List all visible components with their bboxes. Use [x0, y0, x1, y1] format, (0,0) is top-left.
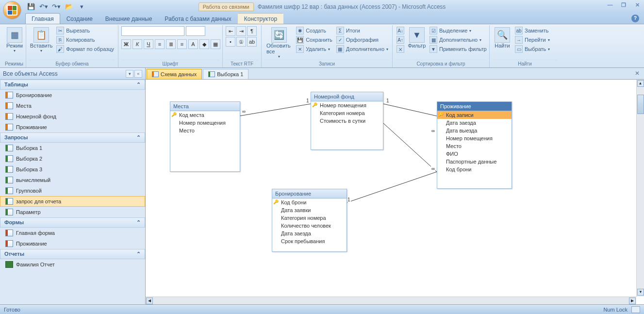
nav-query-item[interactable]: Параметр [0, 207, 145, 217]
sort-asc-button[interactable]: A↓ [396, 26, 405, 35]
scroll-thumb[interactable] [637, 95, 644, 114]
table-field[interactable]: Количество человек [272, 222, 347, 230]
nav-section-tables[interactable]: Таблицы⌃ [0, 80, 145, 90]
office-button[interactable] [3, 1, 21, 19]
highlight-button[interactable]: ab [247, 37, 257, 47]
italic-button[interactable]: К [132, 39, 142, 49]
table-field[interactable]: Код брони [437, 165, 512, 173]
table-field[interactable]: ФИО [437, 150, 512, 158]
tab-home[interactable]: Главная [25, 13, 60, 24]
nav-form-item[interactable]: Проживание [0, 238, 145, 249]
delete-record-button[interactable]: ✕Удалить▾ [295, 45, 333, 53]
nav-table-item[interactable]: Номерной фонд [0, 111, 145, 122]
redo-icon[interactable]: ↷▾ [52, 3, 60, 11]
table-field[interactable]: Место [437, 142, 512, 150]
nav-query-item[interactable]: Выборка 3 [0, 164, 145, 175]
filter-button[interactable]: ▼ Фильтр [407, 26, 427, 50]
qat-customize-icon[interactable]: ▾ [78, 3, 85, 11]
table-field[interactable]: Срок пребывания [272, 237, 347, 245]
tab-create[interactable]: Создание [60, 13, 99, 24]
copy-button[interactable]: ⎘Копировать [55, 35, 115, 44]
save-record-button[interactable]: 💾Сохранить [295, 35, 333, 44]
minimize-button[interactable]: — [606, 2, 614, 9]
spelling-button[interactable]: ✓Орфография [335, 35, 389, 44]
table-field[interactable]: Код записи [437, 111, 512, 119]
nav-collapse-icon[interactable]: « [134, 70, 142, 78]
nav-header[interactable]: Все объекты Access ▾ « [0, 68, 145, 80]
goto-button[interactable]: →Перейти▾ [514, 35, 551, 44]
table-field[interactable]: Дата заявки [272, 206, 347, 214]
font-name-combo[interactable] [121, 26, 184, 36]
table-box-proj[interactable]: Проживание Код записи Дата заезда Дата в… [437, 101, 512, 189]
align-center-button[interactable]: ≣ [166, 39, 176, 49]
save-icon[interactable]: 💾 [27, 3, 35, 11]
bold-button[interactable]: Ж [121, 39, 131, 49]
scroll-right-icon[interactable]: ▶ [629, 297, 636, 304]
new-record-button[interactable]: ✱Создать [295, 26, 333, 35]
table-box-fond[interactable]: Номерной фонд Номер помещения Категория … [311, 92, 383, 150]
totals-button[interactable]: ΣИтоги [335, 26, 389, 35]
refresh-all-button[interactable]: 🔄 Обновить все▾ [264, 26, 293, 60]
view-button[interactable]: ▦ Режим▾ [5, 26, 24, 54]
font-color-button[interactable]: A [188, 39, 198, 49]
view-switcher-icon[interactable] [631, 306, 640, 313]
help-icon[interactable]: ? [631, 15, 639, 22]
nav-dropdown-icon[interactable]: ▾ [126, 70, 133, 78]
nav-table-item[interactable]: Бронирование [0, 90, 145, 100]
numbering-button[interactable]: ① [236, 37, 246, 47]
nav-report-item[interactable]: Фамилия Отчет [0, 259, 145, 270]
toggle-filter-button[interactable]: ▼Применить фильтр [429, 45, 488, 53]
table-field[interactable]: Дата заезда [437, 119, 512, 127]
table-field[interactable]: Дата выезда [437, 127, 512, 134]
nav-table-item[interactable]: Проживание [0, 122, 145, 132]
nav-query-item[interactable]: запрос для отчета [0, 196, 145, 207]
font-size-combo[interactable] [186, 26, 205, 36]
scroll-left-icon[interactable]: ◀ [146, 297, 153, 304]
fill-color-button[interactable]: ◆ [199, 39, 209, 49]
align-right-button[interactable]: ≡ [177, 39, 187, 49]
nav-query-item[interactable]: Групповой [0, 185, 145, 196]
selection-filter-button[interactable]: ☑Выделение▾ [429, 26, 488, 35]
table-field[interactable]: Номер помещения [311, 101, 383, 109]
gridlines-button[interactable]: ▦ [211, 39, 220, 49]
paste-button[interactable]: 📋 Вставить▾ [29, 26, 53, 54]
more-records-button[interactable]: ▦Дополнительно▾ [335, 45, 389, 53]
undo-icon[interactable]: ↶▾ [40, 3, 48, 11]
nav-query-item[interactable]: вычисляемый [0, 175, 145, 185]
doc-tab-schema[interactable]: Схема данных [147, 69, 202, 79]
find-button[interactable]: 🔍 Найти [493, 26, 512, 50]
close-button[interactable]: ✕ [633, 2, 641, 9]
table-field[interactable]: Категория номера [272, 214, 347, 222]
table-field[interactable]: Номер помещения [437, 134, 512, 142]
underline-button[interactable]: Ч [144, 39, 153, 49]
tab-design[interactable]: Конструктор [238, 13, 283, 24]
nav-section-queries[interactable]: Запросы⌃ [0, 132, 145, 143]
nav-query-item[interactable]: Выборка 1 [0, 143, 145, 153]
relationship-canvas[interactable]: ∞ 1 1 ∞ ∞ 1 Места Код места Номер помеще… [146, 80, 644, 304]
replace-button[interactable]: abЗаменить [514, 26, 551, 35]
format-painter-button[interactable]: 🖌Формат по образцу [55, 45, 115, 53]
table-field[interactable]: Дата заезда [272, 230, 347, 237]
sort-desc-button[interactable]: A↑ [396, 35, 405, 44]
table-box-mesta[interactable]: Места Код места Номер помещения Место [170, 101, 240, 172]
restore-button[interactable]: ❐ [620, 2, 627, 9]
horizontal-scrollbar[interactable]: ◀ ▶ [146, 297, 636, 304]
clear-sort-button[interactable]: ⨯ [396, 45, 405, 53]
open-folder-icon[interactable]: 📂 [65, 3, 73, 11]
table-field[interactable]: Место [170, 127, 240, 134]
cut-button[interactable]: ✂Вырезать [55, 26, 115, 35]
nav-section-reports[interactable]: Отчеты⌃ [0, 249, 145, 259]
nav-query-item[interactable]: Выборка 2 [0, 153, 145, 164]
tab-external-data[interactable]: Внешние данные [99, 13, 159, 24]
table-field[interactable]: Номер помещения [170, 119, 240, 127]
table-field[interactable]: Код брони [272, 198, 347, 206]
align-left-button[interactable]: ≡ [155, 39, 165, 49]
scroll-up-icon[interactable]: ▲ [637, 80, 644, 87]
table-field[interactable]: Паспортные данные [437, 158, 512, 165]
ltr-button[interactable]: ¶ [247, 26, 257, 36]
nav-form-item[interactable]: Главная форма [0, 228, 145, 238]
table-box-bron[interactable]: Бронирование Код брони Дата заявки Катег… [272, 189, 347, 252]
tab-database-tools[interactable]: Работа с базами данных [158, 13, 237, 24]
indent-increase-button[interactable]: ⇥ [236, 26, 246, 36]
nav-table-item[interactable]: Места [0, 100, 145, 111]
